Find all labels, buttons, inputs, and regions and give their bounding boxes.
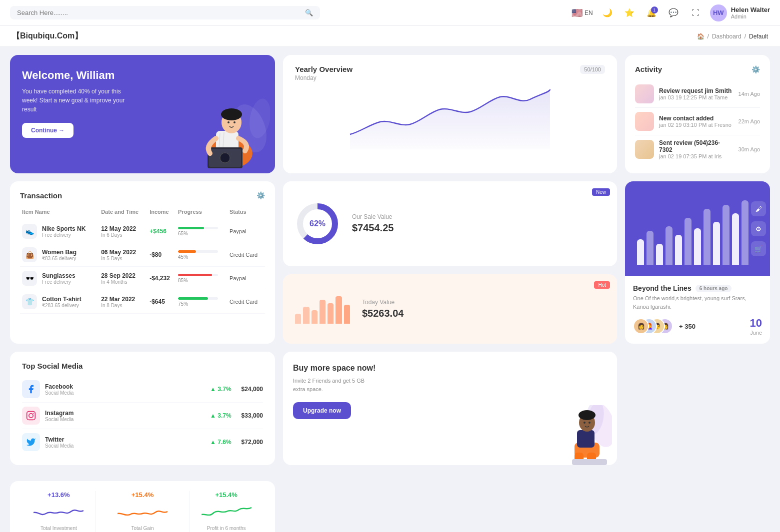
paintbrush-icon[interactable]: 🖌 bbox=[751, 201, 766, 216]
search-bar[interactable]: 🔍 bbox=[10, 6, 320, 19]
transaction-card: Transaction ⚙️ Item Name Date and Time I… bbox=[10, 181, 275, 344]
welcome-card: Welcome, William You have completed 40% … bbox=[10, 55, 275, 173]
notifications-icon[interactable]: 🔔 1 bbox=[644, 5, 659, 20]
activity-thumb-2 bbox=[635, 112, 654, 131]
facebook-icon bbox=[22, 380, 40, 398]
social-twitter: Twitter Social Media ▲ 7.6% $72,000 bbox=[22, 429, 263, 455]
activity-item: Review request jim Smith jan 03 19 12:25… bbox=[635, 80, 760, 108]
col-date: Date and Time bbox=[99, 206, 148, 220]
user-name: Helen Walter bbox=[731, 6, 770, 13]
search-icon: 🔍 bbox=[305, 9, 313, 16]
svg-rect-15 bbox=[27, 412, 36, 420]
social-info-tw: Twitter Social Media bbox=[45, 436, 205, 449]
instagram-icon bbox=[22, 407, 40, 425]
stat-profit: +15.4% Profit in 6 months $7454.25 bbox=[189, 491, 263, 532]
fb-type: Social Media bbox=[45, 390, 205, 396]
transaction-settings-icon[interactable]: ⚙️ bbox=[256, 191, 265, 199]
table-row: 👟Nike Sports NKFree delivery 12 May 2022… bbox=[20, 220, 265, 243]
svg-point-12 bbox=[220, 153, 230, 163]
beyond-bar-item bbox=[694, 228, 701, 265]
activity-info-3: Sent review (504)236-7302 jan 02 19 07:3… bbox=[659, 139, 734, 159]
buy-space-desc: Invite 2 Friends and get 5 GB extra spac… bbox=[293, 377, 373, 393]
hot-badge: Hot bbox=[594, 281, 610, 289]
table-row: 👜Women Bag₹83.65 delivery 06 May 2022In … bbox=[20, 243, 265, 267]
svg-point-16 bbox=[29, 414, 33, 418]
activity-title: Activity bbox=[635, 65, 662, 73]
svg-point-17 bbox=[33, 413, 34, 414]
today-amount: $5263.04 bbox=[362, 308, 605, 319]
stats-card: +13.6% Total Investment $7454.25 +15.4% … bbox=[10, 481, 275, 532]
tw-change: ▲ 7.6% bbox=[210, 439, 232, 446]
home-icon[interactable]: 🏠 bbox=[697, 33, 704, 40]
avatars-row: 👩 👩‍🦰 👨 👩 + 350 bbox=[633, 318, 696, 334]
stat-label-2: Total Gain bbox=[106, 526, 180, 531]
brand-logo: 【Biqubiqu.Com】 bbox=[12, 31, 82, 41]
activity-sub-3: jan 02 19 07:35 PM at Iris bbox=[659, 153, 734, 159]
avatar: HW bbox=[710, 4, 727, 21]
today-bar-chart bbox=[295, 294, 350, 324]
beyond-card: 🖌 ⚙ 🛒 Beyond the Lines 6 hours ago One O… bbox=[625, 181, 770, 344]
cart-icon[interactable]: 🛒 bbox=[751, 241, 766, 256]
beyond-desc: One Of the world,s brightest, young surf… bbox=[633, 294, 762, 311]
breadcrumb: 🏠 / Dashboard / Default bbox=[697, 33, 768, 40]
messages-icon[interactable]: 💬 bbox=[666, 5, 681, 20]
tw-type: Social Media bbox=[45, 443, 205, 449]
favorites-icon[interactable]: ⭐ bbox=[622, 5, 637, 20]
tw-amount: $72,000 bbox=[242, 439, 263, 446]
sparkline-2 bbox=[118, 503, 168, 521]
beyond-bar-item bbox=[742, 200, 748, 265]
nav-icons: 🇺🇸 EN 🌙 ⭐ 🔔 1 💬 ⛶ HW Helen Walter Admin bbox=[572, 4, 770, 21]
yearly-overview-card: Yearly Overview Monday 50/100 bbox=[283, 55, 617, 173]
sparkline-1 bbox=[34, 503, 84, 521]
stat-pct-1: +13.6% bbox=[22, 491, 96, 499]
user-menu[interactable]: HW Helen Walter Admin bbox=[710, 4, 770, 21]
activity-time-3: 30m Ago bbox=[738, 146, 760, 152]
yearly-subtitle: Monday bbox=[295, 74, 352, 81]
buy-space-card: Buy more space now! Invite 2 Friends and… bbox=[283, 352, 617, 465]
ig-change: ▲ 3.7% bbox=[210, 412, 232, 419]
social-card: Top Social Media Facebook Social Media ▲… bbox=[10, 352, 275, 465]
beyond-bar-item bbox=[675, 235, 682, 265]
svg-point-25 bbox=[588, 422, 590, 424]
social-info-fb: Facebook Social Media bbox=[45, 383, 205, 396]
search-input[interactable] bbox=[17, 9, 301, 16]
main-grid: Welcome, William You have completed 40% … bbox=[0, 47, 780, 352]
today-bar-item bbox=[303, 307, 309, 324]
svg-point-9 bbox=[234, 121, 236, 123]
svg-point-23 bbox=[578, 410, 596, 420]
social-instagram: Instagram Social Media ▲ 3.7% $33,000 bbox=[22, 403, 263, 429]
ig-type: Social Media bbox=[45, 417, 205, 422]
activity-info-2: New contact added jan 02 19 03:10 PM at … bbox=[659, 115, 734, 128]
today-bar-item bbox=[344, 305, 350, 324]
donut-wrap: 62% bbox=[295, 201, 340, 246]
breadcrumb-dashboard[interactable]: Dashboard bbox=[712, 33, 742, 40]
beyond-chart-area: 🖌 ⚙ 🛒 bbox=[625, 181, 770, 276]
dark-mode-toggle[interactable]: 🌙 bbox=[600, 5, 615, 20]
lang-label: EN bbox=[584, 9, 593, 16]
continue-button[interactable]: Continue → bbox=[22, 123, 74, 138]
activity-title-2: New contact added bbox=[659, 115, 734, 122]
upgrade-button[interactable]: Upgrade now bbox=[293, 402, 351, 419]
sale-value-card: New 62% Our Sale Value $7454.25 bbox=[283, 181, 617, 266]
gear-side-icon[interactable]: ⚙ bbox=[751, 221, 766, 236]
june-month: June bbox=[750, 330, 762, 336]
col-status: Status bbox=[228, 206, 265, 220]
beyond-bar-item bbox=[704, 209, 710, 265]
language-selector[interactable]: 🇺🇸 EN bbox=[572, 7, 593, 18]
stat-gain: +15.4% Total Gain $7454.25 bbox=[96, 491, 190, 532]
yearly-chart bbox=[295, 84, 605, 149]
donut-label: 62% bbox=[310, 219, 326, 228]
stat-pct-2: +15.4% bbox=[106, 491, 180, 499]
welcome-illustration bbox=[180, 88, 270, 173]
beyond-footer: 👩 👩‍🦰 👨 👩 + 350 10 June bbox=[633, 317, 762, 336]
beyond-bar-item bbox=[666, 226, 672, 265]
activity-settings-icon[interactable]: ⚙️ bbox=[752, 65, 760, 73]
beyond-bar-item bbox=[722, 205, 730, 265]
topnav: 🔍 🇺🇸 EN 🌙 ⭐ 🔔 1 💬 ⛶ HW Helen Walter Admi… bbox=[0, 0, 780, 26]
table-row: 👕Cotton T-shirt₹283.65 delivery 22 Mar 2… bbox=[20, 290, 265, 314]
sale-info: Our Sale Value $7454.25 bbox=[352, 213, 605, 234]
fullscreen-icon[interactable]: ⛶ bbox=[688, 5, 703, 20]
avatar-1: 👩 bbox=[633, 318, 649, 334]
today-bar-item bbox=[336, 296, 342, 324]
today-bar-item bbox=[328, 303, 334, 324]
